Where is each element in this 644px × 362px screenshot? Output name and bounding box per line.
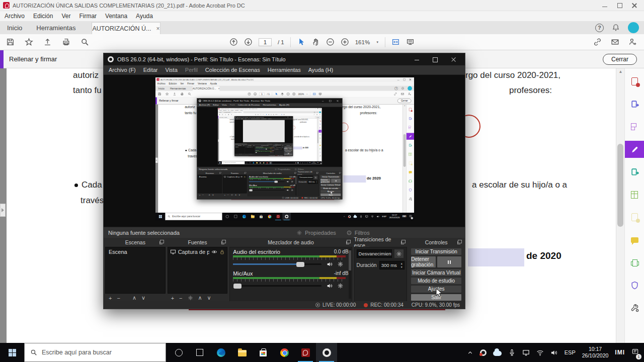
page-number-input[interactable]: 1 (259, 38, 272, 46)
taskbar-edge[interactable] (210, 343, 231, 362)
add-source-button[interactable]: + (171, 295, 174, 301)
volume-slider[interactable] (233, 263, 321, 265)
source-item[interactable]: Captura de pantall (168, 247, 227, 256)
help-icon[interactable]: ? (595, 24, 604, 32)
stop-recording-button[interactable]: Detener grabación (411, 256, 435, 267)
share-icon[interactable] (43, 38, 52, 46)
language-indicator[interactable]: ESP (565, 349, 576, 355)
taskbar-cortana[interactable] (168, 343, 189, 362)
scene-item[interactable]: Escena (106, 247, 165, 256)
tool-send-comments-icon[interactable] (625, 166, 644, 178)
taskbar-explorer[interactable] (231, 343, 253, 362)
speaker-icon[interactable] (327, 261, 333, 267)
mixer-scrollbar[interactable] (349, 248, 351, 299)
tool-export-pdf-icon[interactable] (625, 98, 644, 110)
search-icon[interactable] (80, 38, 89, 46)
tool-export-excel-icon[interactable] (625, 189, 644, 201)
taskbar-chrome[interactable] (274, 343, 295, 362)
filters-button[interactable]: Filtros (346, 230, 370, 236)
scene-up-button[interactable]: ∧ (132, 295, 136, 301)
bell-icon[interactable] (612, 24, 620, 32)
obs-menu-coleccion[interactable]: Colección de Escenas (205, 67, 260, 73)
obs-menu-vista[interactable]: Vista (166, 67, 178, 73)
select-tool-icon[interactable] (297, 38, 305, 46)
menu-ventana[interactable]: Ventana (105, 13, 127, 20)
scrollbar-thumb[interactable] (617, 144, 623, 227)
source-up-button[interactable]: ∧ (198, 295, 202, 301)
scene-down-button[interactable]: ∨ (141, 295, 145, 301)
cerrar-button[interactable]: Cerrar (603, 54, 637, 65)
pause-recording-button[interactable] (437, 256, 461, 267)
tool-organize-pages-icon[interactable] (625, 121, 644, 133)
obs-minimize-icon[interactable] (415, 57, 420, 62)
spin-up-icon[interactable]: ▲ (400, 262, 403, 265)
tab-inicio[interactable]: Inicio (0, 22, 29, 34)
taskbar-obs[interactable] (316, 343, 337, 362)
taskbar-task-view[interactable] (189, 343, 210, 362)
popout-icon[interactable] (221, 240, 226, 244)
eye-icon[interactable] (211, 249, 217, 255)
vertical-scrollbar[interactable]: ▲ (616, 68, 624, 343)
obs-menu-editar[interactable]: Editar (143, 67, 158, 73)
zoom-out-icon[interactable] (326, 38, 335, 46)
maximize-icon[interactable] (617, 3, 622, 8)
tool-protect-icon[interactable] (625, 279, 644, 291)
virtual-camera-button[interactable]: Iniciar Cámara Virtual (411, 269, 461, 276)
obs-tray-icon[interactable] (480, 349, 487, 356)
tool-comment-icon[interactable] (625, 234, 644, 246)
popout-icon[interactable] (401, 240, 406, 244)
search-input[interactable]: Escribe aquí para buscar (24, 343, 166, 362)
menu-edicion[interactable]: Edición (33, 13, 53, 20)
next-page-icon[interactable] (244, 38, 253, 46)
clock[interactable]: 10:17 26/10/2020 (582, 346, 609, 359)
slider-handle[interactable] (233, 284, 242, 289)
channel-settings-icon[interactable] (337, 261, 344, 267)
source-down-button[interactable]: ∨ (207, 295, 211, 301)
tool-scan-icon[interactable] (625, 256, 644, 268)
remove-source-button[interactable]: − (179, 295, 182, 301)
popout-icon[interactable] (159, 240, 164, 244)
share-person-icon[interactable] (628, 38, 637, 46)
tab-document[interactable]: AUTORIZACIÓN Ú... × (92, 22, 160, 34)
tool-create-pdf-icon[interactable] (625, 75, 644, 87)
slider-handle[interactable] (296, 262, 304, 267)
popout-icon[interactable] (346, 240, 351, 244)
tab-close-icon[interactable]: × (156, 25, 160, 32)
popout-icon[interactable] (457, 240, 462, 244)
duration-input[interactable]: 300 ms ▲▼ (379, 261, 405, 269)
star-icon[interactable] (25, 38, 33, 46)
zoom-level[interactable]: 161% (355, 39, 370, 45)
add-scene-button[interactable]: + (109, 295, 112, 301)
fit-width-icon[interactable] (391, 38, 400, 46)
scroll-up-icon[interactable]: ▲ (616, 69, 625, 74)
save-icon[interactable] (6, 38, 15, 46)
tab-herramientas[interactable]: Herramientas (29, 22, 83, 34)
spin-down-icon[interactable]: ▼ (400, 265, 403, 269)
link-icon[interactable] (593, 38, 602, 46)
volume-slider[interactable] (233, 285, 321, 287)
obs-close-icon[interactable] (451, 57, 456, 62)
transition-settings-button[interactable] (394, 249, 404, 258)
obs-menu-perfil[interactable]: Perfil (185, 67, 198, 73)
nav-pane-toggle[interactable] (0, 204, 6, 217)
taskbar-store[interactable] (253, 343, 274, 362)
minimize-icon[interactable] (602, 3, 608, 8)
prev-page-icon[interactable] (229, 38, 238, 46)
reading-mode-icon[interactable] (406, 38, 415, 46)
obs-menu-ayuda[interactable]: Ayuda (H) (308, 67, 333, 73)
transition-select[interactable]: Desvanecimient ▼ (357, 249, 392, 258)
menu-archivo[interactable]: Archivo (5, 13, 25, 20)
tool-more-tools-icon[interactable] (625, 302, 644, 314)
close-icon[interactable] (631, 3, 637, 8)
wifi-icon[interactable] (536, 349, 544, 356)
start-button[interactable] (0, 343, 24, 362)
studio-mode-button[interactable]: Modo de estudio (411, 278, 461, 284)
menu-ayuda[interactable]: Ayuda (136, 13, 153, 20)
remove-scene-button[interactable]: − (117, 295, 120, 301)
action-center-button[interactable]: 1 (631, 348, 639, 357)
print-icon[interactable] (62, 38, 70, 46)
source-settings-icon[interactable] (188, 295, 193, 301)
hand-tool-icon[interactable] (311, 38, 320, 46)
zoom-caret-icon[interactable]: ▼ (376, 41, 379, 44)
display-icon[interactable] (522, 349, 530, 356)
